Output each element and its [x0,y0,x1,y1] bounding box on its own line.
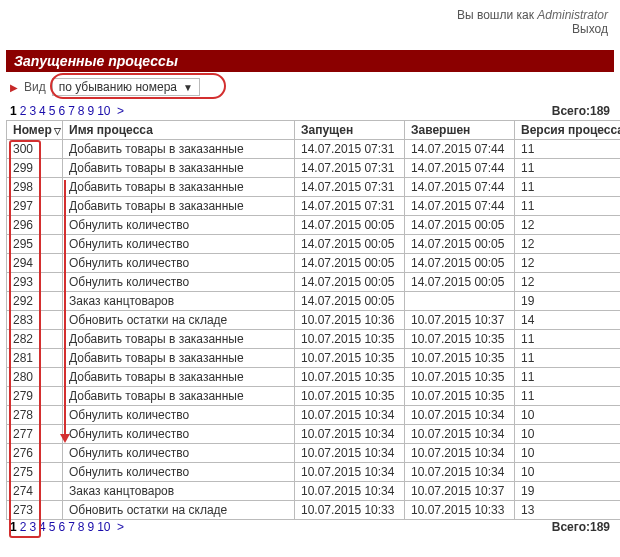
cell-end: 14.07.2015 07:44 [405,140,515,159]
table-row[interactable]: 275Обнулить количество10.07.2015 10:3410… [7,463,621,482]
cell-start: 10.07.2015 10:34 [295,482,405,501]
pager-page-link[interactable]: 7 [68,520,75,534]
table-row[interactable]: 295Обнулить количество14.07.2015 00:0514… [7,235,621,254]
col-header-finished[interactable]: Завершен [405,121,515,140]
cell-ver: 11 [515,387,621,406]
pager-top: 12345678910 > Всего:189 [6,104,614,120]
cell-name: Обнулить количество [63,444,295,463]
cell-start: 14.07.2015 07:31 [295,159,405,178]
cell-ver: 11 [515,140,621,159]
pager-page-link[interactable]: 2 [20,520,27,534]
pager-page-link[interactable]: 6 [58,104,65,118]
pager-page-link[interactable]: 2 [20,104,27,118]
cell-start: 14.07.2015 00:05 [295,292,405,311]
cell-end: 10.07.2015 10:35 [405,368,515,387]
table-row[interactable]: 273Обновить остатки на складе10.07.2015 … [7,501,621,520]
pager-bottom: 12345678910 > Всего:189 [6,520,614,536]
cell-end: 10.07.2015 10:34 [405,444,515,463]
pager-page-link[interactable]: 4 [39,104,46,118]
pager-page-link[interactable]: 9 [88,104,95,118]
pager-page-link[interactable]: 7 [68,104,75,118]
cell-start: 10.07.2015 10:34 [295,444,405,463]
cell-end: 14.07.2015 07:44 [405,178,515,197]
cell-name: Добавить товары в заказанные [63,159,295,178]
table-row[interactable]: 281Добавить товары в заказанные10.07.201… [7,349,621,368]
cell-start: 10.07.2015 10:35 [295,368,405,387]
pager-page-link[interactable]: 6 [58,520,65,534]
cell-end: 10.07.2015 10:35 [405,387,515,406]
table-header-row: Номер▽ Имя процесса Запущен Завершен Вер… [7,121,621,140]
cell-name: Обнулить количество [63,273,295,292]
cell-ver: 10 [515,425,621,444]
cell-num: 273 [7,501,63,520]
cell-num: 292 [7,292,63,311]
pager-page-link[interactable]: 3 [29,520,36,534]
logout-link[interactable]: Выход [6,22,608,36]
cell-start: 14.07.2015 00:05 [295,235,405,254]
logged-in-label: Вы вошли как [457,8,534,22]
table-row[interactable]: 279Добавить товары в заказанные10.07.201… [7,387,621,406]
pager-page-link[interactable]: 9 [88,520,95,534]
cell-num: 274 [7,482,63,501]
cell-name: Обнулить количество [63,254,295,273]
cell-ver: 12 [515,235,621,254]
table-wrap: Номер▽ Имя процесса Запущен Завершен Вер… [6,120,614,520]
table-row[interactable]: 276Обнулить количество10.07.2015 10:3410… [7,444,621,463]
table-row[interactable]: 292Заказ канцтоваров14.07.2015 00:0519 [7,292,621,311]
cell-start: 10.07.2015 10:35 [295,349,405,368]
cell-num: 300 [7,140,63,159]
table-row[interactable]: 280Добавить товары в заказанные10.07.201… [7,368,621,387]
cell-num: 298 [7,178,63,197]
cell-end: 14.07.2015 00:05 [405,273,515,292]
cell-end: 14.07.2015 07:44 [405,159,515,178]
pager-page-link[interactable]: 3 [29,104,36,118]
cell-name: Обнулить количество [63,463,295,482]
cell-num: 279 [7,387,63,406]
table-row[interactable]: 294Обнулить количество14.07.2015 00:0514… [7,254,621,273]
col-header-version[interactable]: Версия процесса [515,121,621,140]
col-header-number[interactable]: Номер▽ [7,121,63,140]
table-row[interactable]: 296Обнулить количество14.07.2015 00:0514… [7,216,621,235]
cell-name: Добавить товары в заказанные [63,387,295,406]
table-row[interactable]: 299Добавить товары в заказанные14.07.201… [7,159,621,178]
cell-ver: 12 [515,216,621,235]
total-count: Всего:189 [552,104,610,118]
sort-desc-icon: ▽ [54,126,61,136]
pager-next[interactable]: > [114,104,124,118]
table-row[interactable]: 277Обнулить количество10.07.2015 10:3410… [7,425,621,444]
table-row[interactable]: 297Добавить товары в заказанные14.07.201… [7,197,621,216]
cell-start: 10.07.2015 10:35 [295,330,405,349]
cell-ver: 11 [515,159,621,178]
cell-end: 10.07.2015 10:34 [405,406,515,425]
view-select[interactable]: по убыванию номера ▼ [52,78,200,96]
pager-page-link[interactable]: 5 [49,520,56,534]
cell-end: 10.07.2015 10:35 [405,349,515,368]
table-row[interactable]: 293Обнулить количество14.07.2015 00:0514… [7,273,621,292]
table-row[interactable]: 282Добавить товары в заказанные10.07.201… [7,330,621,349]
cell-num: 276 [7,444,63,463]
table-row[interactable]: 278Обнулить количество10.07.2015 10:3410… [7,406,621,425]
pager-page-link[interactable]: 8 [78,520,85,534]
cell-name: Заказ канцтоваров [63,292,295,311]
pager-page-link[interactable]: 4 [39,520,46,534]
cell-start: 14.07.2015 07:31 [295,178,405,197]
table-row[interactable]: 298Добавить товары в заказанные14.07.201… [7,178,621,197]
view-label: Вид [24,80,46,94]
cell-name: Обновить остатки на складе [63,501,295,520]
cell-num: 280 [7,368,63,387]
col-header-name[interactable]: Имя процесса [63,121,295,140]
table-row[interactable]: 274Заказ канцтоваров10.07.2015 10:3410.0… [7,482,621,501]
pager-page-link[interactable]: 8 [78,104,85,118]
cell-start: 14.07.2015 00:05 [295,254,405,273]
col-header-started[interactable]: Запущен [295,121,405,140]
pager-next[interactable]: > [114,520,124,534]
cell-end: 14.07.2015 00:05 [405,235,515,254]
cell-name: Добавить товары в заказанные [63,368,295,387]
table-row[interactable]: 300Добавить товары в заказанные14.07.201… [7,140,621,159]
pager-page-link[interactable]: 10 [97,520,110,534]
cell-start: 10.07.2015 10:33 [295,501,405,520]
pager-page-link[interactable]: 5 [49,104,56,118]
table-row[interactable]: 283Обновить остатки на складе10.07.2015 … [7,311,621,330]
cell-num: 283 [7,311,63,330]
pager-page-link[interactable]: 10 [97,104,110,118]
